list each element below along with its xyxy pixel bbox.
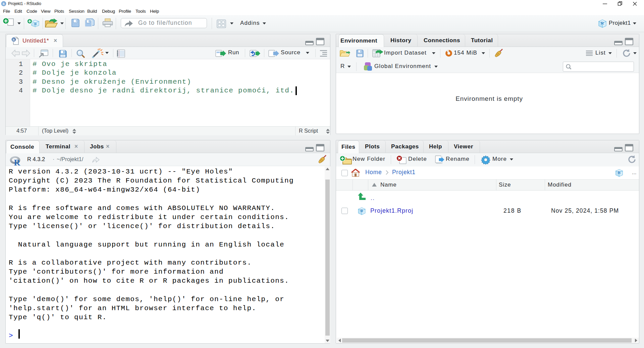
svg-text:R: R — [34, 22, 37, 26]
svg-text:R: R — [618, 170, 621, 175]
svg-text:R: R — [360, 208, 363, 213]
svg-text:R: R — [601, 20, 604, 25]
svg-text:R: R — [14, 158, 20, 166]
svg-text:R: R — [12, 38, 15, 42]
svg-text:R: R — [3, 2, 5, 6]
